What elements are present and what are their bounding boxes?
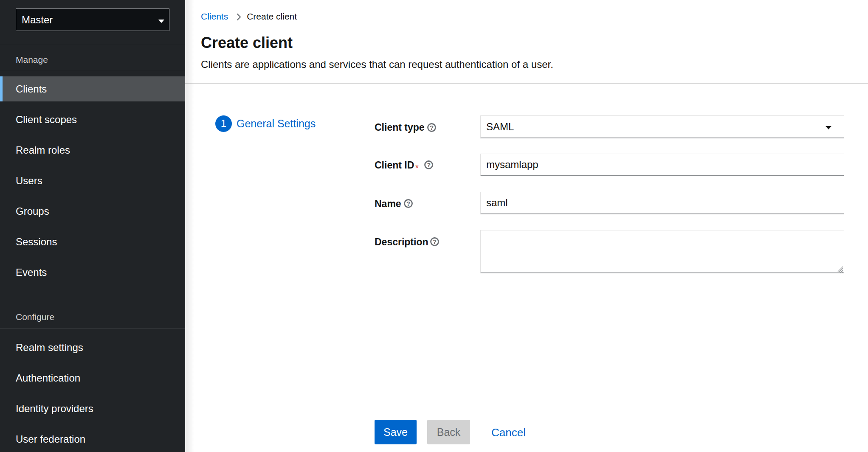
svg-text:?: ? xyxy=(433,238,437,245)
svg-text:?: ? xyxy=(430,124,434,131)
svg-text:?: ? xyxy=(427,161,431,168)
svg-text:?: ? xyxy=(406,200,410,207)
